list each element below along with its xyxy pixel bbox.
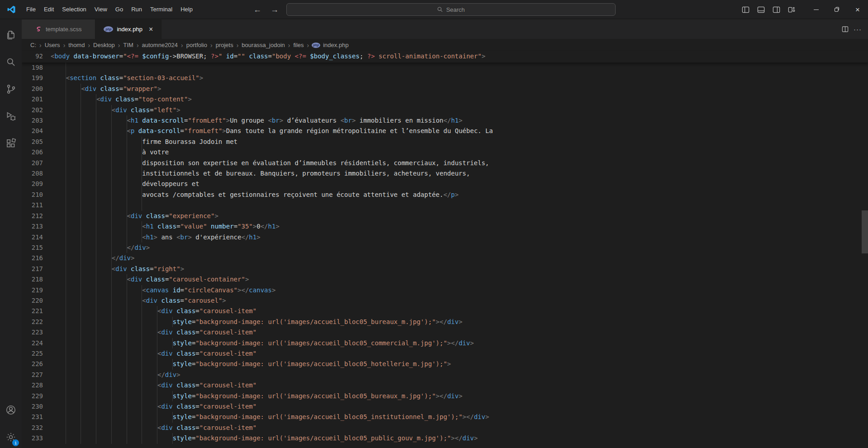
source-control-icon[interactable] [0,78,22,100]
code-text: <div class="top-content"> [51,94,868,105]
editor-line[interactable]: 218<div class="carousel-container"> [22,274,868,285]
toggle-secondary-sidebar-icon[interactable] [770,0,782,19]
editor-line[interactable]: 208institutionnels et de bureaux. Banqui… [22,168,868,179]
menu-item-help[interactable]: Help [176,3,197,15]
editor-line[interactable]: 212<div class="experience"> [22,211,868,221]
menu-item-view[interactable]: View [90,3,111,15]
editor-line[interactable]: 224style="background-image: url('images/… [22,338,868,348]
editor-line[interactable]: 206à votre [22,147,868,157]
breadcrumb-item-portfolio[interactable]: portfolio [186,42,208,48]
indent-guides [51,359,173,369]
editor-line[interactable]: 233style="background-image: url('images/… [22,433,868,443]
editor-line[interactable]: 232<div class="carousel-item" [22,423,868,433]
code-text: <div class="carousel-item" [51,348,868,359]
indent-guides [51,327,157,338]
close-tab-icon[interactable]: × [149,26,153,33]
breadcrumb-item-tim[interactable]: TIM [123,42,133,48]
editor-line[interactable]: 221<div class="carousel-item" [22,306,868,316]
editor-line[interactable]: 229style="background-image: url('images/… [22,391,868,401]
editor-line[interactable]: 207disposition son expertise en évaluati… [22,158,868,168]
editor-line[interactable]: 223<div class="carousel-item" [22,327,868,338]
line-number: 223 [22,327,51,338]
breadcrumb-item-automne2024[interactable]: automne2024 [142,42,179,48]
nav-back-button[interactable]: ← [250,0,265,19]
menu-item-run[interactable]: Run [127,3,146,15]
indent-guides [51,62,66,73]
breadcrumb-item-thomd[interactable]: thomd [68,42,85,48]
editor-line[interactable]: 230<div class="carousel-item" [22,401,868,412]
menu-item-file[interactable]: File [22,3,40,15]
minimize-button[interactable] [806,0,826,19]
breadcrumb-item-files[interactable]: files [293,42,304,48]
nav-forward-button[interactable]: → [267,0,282,19]
tab-template-scss[interactable]: template.scss [22,19,95,39]
code-text: <canvas id="circleCanvas"></canvas> [51,285,868,295]
editor-code-area[interactable]: 198199<section class="section-03-accueil… [22,62,868,448]
indent-guides [51,412,173,422]
editor-line[interactable]: 213<h1 class="value" number="35">0</h1> [22,221,868,232]
editor-line[interactable]: 201<div class="top-content"> [22,94,868,105]
editor-line[interactable]: 92<body data-browser="<?= $config->BROWS… [22,51,868,62]
scrollbar-thumb[interactable] [862,210,868,253]
split-editor-icon[interactable] [841,25,849,33]
menu-item-selection[interactable]: Selection [58,3,90,15]
editor-line[interactable]: 231style="background-image: url('images/… [22,412,868,422]
editor-line[interactable]: 199<section class="section-03-accueil"> [22,73,868,83]
editor-line[interactable]: 214<h1> ans <br> d'expérience</h1> [22,232,868,243]
editor-line[interactable]: 216</div> [22,253,868,263]
editor-line[interactable]: 217<div class="right"> [22,264,868,274]
editor-line[interactable]: 209développeurs et [22,179,868,189]
customize-layout-icon[interactable] [786,0,797,19]
editor-line[interactable]: 220<div class="carousel"> [22,295,868,306]
editor-line[interactable]: 210avocats /comptables et gestionnaires … [22,190,868,200]
close-window-button[interactable]: × [847,0,868,19]
code-text: <div class="experience"> [51,211,868,221]
editor-line[interactable]: 219<canvas id="circleCanvas"></canvas> [22,285,868,295]
editor-line[interactable]: 215</div> [22,243,868,253]
extensions-icon[interactable] [0,133,22,154]
editor-line[interactable]: 204<p data-scroll="fromLeft">Dans toute … [22,126,868,136]
explorer-icon[interactable] [0,24,22,46]
tab-index-php[interactable]: php index.php × [95,19,161,39]
editor-line[interactable]: 198 [22,62,868,73]
settings-icon[interactable]: 1 [0,426,22,448]
account-icon[interactable] [0,399,22,421]
editor-line[interactable]: 203<h1 data-scroll="fromLeft">Un groupe … [22,115,868,126]
menu-item-go[interactable]: Go [111,3,127,15]
restore-button[interactable] [826,0,847,19]
code-text: style="background-image: url('images/acc… [51,391,868,401]
breadcrumb-item-users[interactable]: Users [44,42,61,48]
breadcrumb-item-desktop[interactable]: Desktop [93,42,115,48]
menu-item-edit[interactable]: Edit [40,3,58,15]
toggle-primary-sidebar-icon[interactable] [740,0,751,19]
editor-line[interactable]: 226style="background-image: url('images/… [22,359,868,369]
editor-line[interactable]: 202<div class="left"> [22,105,868,115]
indent-guides [51,243,127,253]
code-text: style="background-image: url('images/acc… [51,317,868,327]
breadcrumb-item-file[interactable]: phpindex.php [312,42,348,48]
line-number: 203 [22,115,51,126]
menu-item-terminal[interactable]: Terminal [146,3,176,15]
breadcrumb-item-bourassa-jodoin[interactable]: bourassa_jodoin [241,42,285,48]
run-debug-icon[interactable] [0,105,22,127]
editor-line[interactable]: 205firme Bourassa Jodoin met [22,137,868,147]
editor-line[interactable]: 222style="background-image: url('images/… [22,317,868,327]
editor-line[interactable]: 227</div> [22,370,868,380]
indent-guides [51,317,173,327]
search-icon[interactable] [0,51,22,73]
editor-line[interactable]: 225<div class="carousel-item" [22,348,868,359]
line-number: 221 [22,306,51,316]
search-input[interactable]: Search [286,3,616,16]
breadcrumb-item-projets[interactable]: projets [215,42,234,48]
toggle-panel-icon[interactable] [755,0,767,19]
more-actions-icon[interactable]: ··· [854,25,862,33]
editor-line[interactable]: 211 [22,200,868,210]
sticky-scroll-line[interactable]: 92<body data-browser="<?= $config->BROWS… [22,51,868,62]
editor-line[interactable]: 228<div class="carousel-item" [22,380,868,391]
chevron-right-icon: › [118,42,120,49]
breadcrumb-item-c-[interactable]: C: [30,42,37,48]
code-text [51,200,868,210]
editor-line[interactable]: 200<div class="wrapper"> [22,84,868,94]
line-number: 215 [22,243,51,253]
search-icon [437,6,443,13]
